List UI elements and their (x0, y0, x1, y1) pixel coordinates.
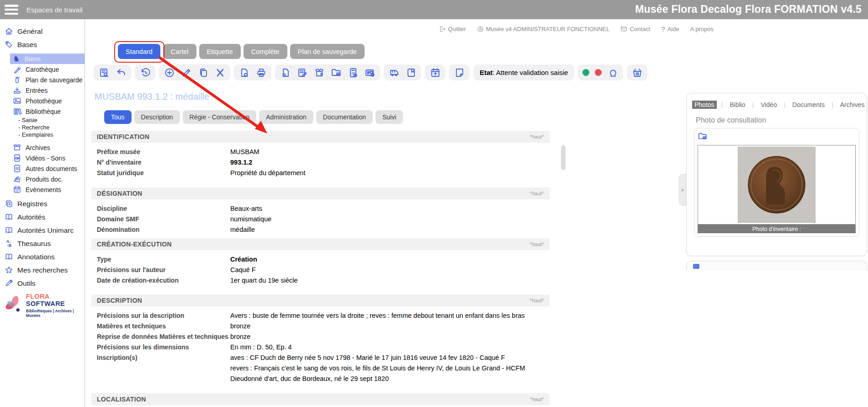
a-z-sort-icon: A↓↑B (5, 239, 13, 248)
section-header-creation-execution: CRÉATION-EXÉCUTION ^haut^ (91, 238, 550, 250)
sidebar-item-plan-de-sauvegarde[interactable]: Plan de sauvegarde (0, 75, 85, 85)
sidebar-item-annotations[interactable]: Annotations (0, 250, 85, 263)
media-tab-archives[interactable]: Archives (838, 101, 867, 109)
sidebar-item-exemplaires[interactable]: - Exemplaires (0, 131, 85, 139)
copy-button[interactable] (197, 67, 209, 78)
sidebar-item-bibliotheque[interactable]: Bibliothèque (0, 106, 85, 117)
calendar-add-button[interactable] (429, 67, 441, 78)
media-tab-documents[interactable]: Documents (790, 101, 827, 109)
back-button[interactable] (115, 67, 127, 78)
app-title: Musée Flora Decalog Flora FORMATION v4.5 (635, 3, 862, 16)
status-green-icon[interactable] (582, 69, 589, 76)
sidebar-item-entrees[interactable]: Entrées (0, 85, 85, 96)
record-list-search-button[interactable] (98, 67, 110, 78)
view-tab-cartel[interactable]: Cartel (163, 44, 196, 59)
sidebar-item-thesaurus[interactable]: A↓↑B Thesaurus (0, 237, 85, 250)
top-anchor-link[interactable]: ^haut^ (529, 396, 544, 402)
print-button[interactable] (255, 67, 267, 78)
a-propos-link[interactable]: A propos (690, 26, 714, 32)
top-anchor-link[interactable]: ^haut^ (529, 134, 544, 139)
tab-description[interactable]: Description (134, 110, 180, 124)
sidebar-item-label: Entrées (26, 87, 48, 94)
calculator-history-button[interactable] (347, 67, 359, 78)
sidebar-item-carotheque[interactable]: Carothèque (0, 64, 85, 75)
tab-administration[interactable]: Administration (259, 110, 313, 124)
contact-link[interactable]: Contact (620, 26, 650, 32)
sidebar-item-label: Thesaurus (17, 240, 51, 248)
sidebar-item-mes-recherches[interactable]: Mes recherches (0, 263, 85, 277)
sidebar-item-archives[interactable]: Archives (0, 142, 85, 153)
storage-save-button[interactable] (405, 67, 417, 78)
open-book-icon (5, 252, 13, 261)
sidebar-item-outils[interactable]: Outils (0, 277, 85, 290)
sidebar-item-bases[interactable]: Bases (0, 38, 85, 51)
star-icon (5, 266, 13, 274)
folder-image-icon[interactable] (698, 135, 708, 143)
flora-logo-butterfly (5, 294, 23, 317)
media-tab-biblio[interactable]: Biblio (727, 101, 747, 109)
sidebar-item-label: Produits doc. (26, 176, 63, 183)
package-button[interactable] (313, 67, 325, 78)
status-red-icon[interactable] (595, 69, 602, 76)
section-header-description: DESCRIPTION ^haut^ (91, 295, 550, 306)
top-anchor-link[interactable]: ^haut^ (529, 241, 544, 247)
edit-button[interactable] (180, 67, 192, 78)
card-history-button[interactable] (364, 67, 376, 78)
attach-document-button[interactable] (280, 67, 291, 78)
top-anchor-link[interactable]: ^haut^ (529, 191, 544, 196)
note-button[interactable] (454, 67, 465, 78)
history-button[interactable] (139, 67, 151, 78)
envelope-icon (620, 26, 627, 32)
view-tab-plan-de-sauvegarde[interactable]: Plan de sauvegarde (290, 44, 365, 59)
view-tab-etiquette[interactable]: Etiquette (199, 44, 241, 59)
user-session-link[interactable]: Musée v4 ADMINISTRATEUR FONCTIONNEL (477, 26, 610, 32)
open-book-icon (5, 226, 13, 235)
field-row: Domaine SMFnumismatique (97, 214, 550, 225)
hamburger-menu-icon[interactable] (5, 5, 18, 15)
add-button[interactable] (164, 67, 175, 78)
basket-button[interactable] (631, 67, 643, 78)
folder-image-button[interactable] (330, 67, 342, 78)
quitter-link[interactable]: Quitter (439, 26, 466, 32)
transport-van-button[interactable] (388, 67, 400, 78)
tab-regie-conservation[interactable]: Régie - Conservation (183, 110, 257, 124)
field-row: Préfixe muséeMUSBAM (97, 147, 550, 157)
tab-tous[interactable]: Tous (104, 110, 132, 124)
sidebar-item-phototheque[interactable]: Photothèque (0, 96, 85, 106)
sidebar-item-biens[interactable]: ♞ Biens (10, 54, 85, 64)
media-tab-photos[interactable]: Photos (692, 101, 717, 109)
sidebar-item-videos-sons[interactable]: Vidéos - Sons (0, 153, 85, 163)
document-print-button[interactable] (238, 67, 250, 78)
top-anchor-link[interactable]: ^haut^ (529, 298, 544, 303)
form-edit-button[interactable] (296, 67, 308, 78)
open-book-icon (5, 213, 13, 221)
medal-photo[interactable] (738, 147, 815, 223)
status-value: : Attente validation saisie (492, 69, 568, 76)
content-scrollbar-handle[interactable] (561, 145, 566, 170)
sidebar-item-autorites-unimarc[interactable]: Autorités Unimarc (0, 224, 85, 237)
sidebar-item-recherche[interactable]: - Recherche (0, 124, 85, 131)
sidebar-item-produits-doc[interactable]: Produits doc. (0, 174, 85, 184)
section-tab-bar: Tous Description Régie - Conservation Ad… (104, 110, 403, 124)
tab-suivi[interactable]: Suivi (376, 110, 403, 124)
record-title: MUSBAM 993.1.2 : médaille (95, 91, 209, 102)
user-icon (477, 26, 484, 32)
folder-icon (693, 264, 699, 269)
aide-link[interactable]: ? Aide (661, 25, 679, 33)
stamp-button[interactable] (607, 67, 619, 78)
sidebar-item-autorites[interactable]: Autorités (0, 210, 85, 224)
tab-documentation[interactable]: Documentation (316, 110, 373, 124)
record-detail: IDENTIFICATION ^haut^ Préfixe muséeMUSBA… (91, 131, 550, 405)
view-tab-standard[interactable]: Standard (118, 44, 160, 59)
sidebar-item-registres[interactable]: Registres (0, 197, 85, 210)
view-tab-complete[interactable]: Complète (243, 44, 287, 59)
media-tab-video[interactable]: Vidéo (758, 101, 779, 109)
sidebar-item-evenements[interactable]: Evènements (0, 184, 85, 195)
sidebar-item-autres-documents[interactable]: Autres documents (0, 163, 85, 174)
sidebar-item-general[interactable]: Général (0, 25, 85, 38)
sidebar-item-label: Autorités Unimarc (17, 226, 74, 235)
sidebar-item-label: Autres documents (26, 165, 77, 172)
tag-icon (5, 40, 13, 49)
delete-button[interactable] (214, 67, 226, 78)
sidebar-item-saisie[interactable]: - Saisie (0, 117, 85, 124)
